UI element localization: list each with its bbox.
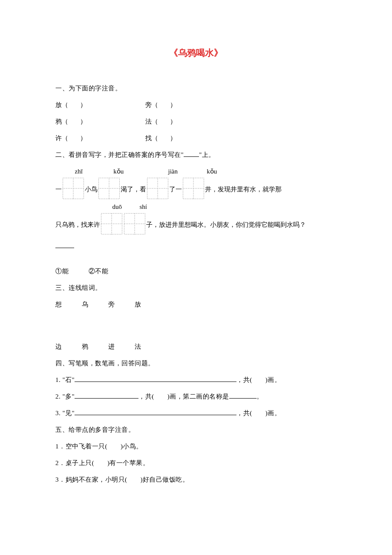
s2-heading-suffix: "上。 <box>199 151 215 158</box>
section1-heading: 一、为下面的字注音。 <box>55 80 337 97</box>
s1-r2-a: 许（ <box>55 135 68 142</box>
s1-r0-b: ） <box>80 101 86 108</box>
s1-row-0: 放（） 旁（） <box>55 97 337 113</box>
s4-q3: 3. "见"，共( )画。 <box>55 405 337 422</box>
s1-r0-a: 放（ <box>55 101 68 108</box>
s2-line2-wrap: duō shí 只乌鸦，找来许 子，放进井里想喝水。小朋友，你们觉得它能喝到水吗… <box>55 203 337 234</box>
s1-r2-d: ） <box>170 135 176 142</box>
s1-r1-a: 鸦（ <box>55 118 68 125</box>
s2-line2: 只乌鸦，找来许 子，放进井里想喝水。小朋友，你们觉得它能喝到水吗？ <box>55 213 337 234</box>
tian-box[interactable] <box>101 213 122 234</box>
pinyin-kou2: kǒu <box>201 168 222 175</box>
s2-line1-wrap: zhī kǒu jiàn kǒu 一 小鸟 渴了，看 了一 井，发现井里有水，就… <box>55 168 337 199</box>
section2-heading: 二、看拼音写字，并把正确答案的序号写在""上。 <box>55 147 337 163</box>
s1-r1-d: ） <box>170 118 176 125</box>
tian-box[interactable] <box>124 213 145 234</box>
pinyin-kou1: kǒu <box>108 168 129 175</box>
s1-r2-b: ） <box>80 135 86 142</box>
worksheet-page: 《乌鸦喝水》 一、为下面的字注音。 放（） 旁（） 鸦（） 法（） 许（） 找（… <box>0 0 392 514</box>
s4-q1a: 1. "石" <box>55 376 75 383</box>
s3-row2: 边 鸦 进 法 <box>55 338 337 355</box>
tian-box[interactable] <box>63 178 84 199</box>
pinyin-duo: duō <box>107 203 128 211</box>
s2-l1-a: 一 <box>55 185 62 199</box>
stroke-blank[interactable] <box>75 376 236 382</box>
s2-l2-a: 只乌鸦，找来许 <box>55 221 100 234</box>
pinyin-jian: jiàn <box>162 168 184 175</box>
s3-row1: 想 乌 旁 放 <box>55 296 337 313</box>
s5-q2: 2．桌子上只( )有一个苹果。 <box>55 455 337 471</box>
s2-l1-c: 渴了，看 <box>121 185 146 199</box>
s4-q3b: ，共( )画。 <box>236 410 281 416</box>
pinyin-zhi: zhī <box>68 168 89 175</box>
pinyin-shi: shí <box>133 203 154 211</box>
blank-line[interactable] <box>184 151 199 157</box>
s1-row-2: 许（） 找（） <box>55 130 337 147</box>
s5-q1: 1．空中飞着一只( )小鸟。 <box>55 438 337 455</box>
s1-r2-c: 找（ <box>145 135 158 142</box>
stroke-name-blank[interactable] <box>229 393 257 399</box>
s1-r0-c: 旁（ <box>145 101 158 108</box>
tian-box[interactable] <box>183 178 204 199</box>
s4-q2: 2. "多"，共( )画，第二画的名称是。 <box>55 388 337 405</box>
s2-line1: 一 小鸟 渴了，看 了一 井，发现井里有水，就学那 <box>55 178 337 199</box>
s4-q2b: ，共( )画，第二画的名称是 <box>138 393 229 400</box>
s2-l2-b: 子，放进井里想喝水。小朋友，你们觉得它能喝到水吗？ <box>146 221 306 234</box>
s2-l1-d: 了一 <box>169 185 182 199</box>
s1-r1-c: 法（ <box>145 118 158 125</box>
stroke-blank[interactable] <box>75 393 138 399</box>
s1-r1-b: ） <box>80 118 86 125</box>
page-title: 《乌鸦喝水》 <box>55 47 337 59</box>
stroke-blank[interactable] <box>75 409 236 416</box>
answer-blank[interactable] <box>55 242 74 249</box>
s4-q2c: 。 <box>257 393 263 400</box>
s1-row-1: 鸦（） 法（） <box>55 113 337 130</box>
s2-pinyin-row-2: duō shí <box>55 203 337 211</box>
section4-heading: 四、写笔顺，数笔画，回答问题。 <box>55 355 337 372</box>
s2-options: ①能 ②不能 <box>55 263 337 280</box>
s2-l1-e: 井，发现井里有水，就学那 <box>205 185 282 199</box>
s4-q1: 1. "石"，共( )画。 <box>55 372 337 388</box>
s2-answer-blank <box>55 238 337 254</box>
s2-pinyin-row-1: zhī kǒu jiàn kǒu <box>55 168 337 175</box>
s4-q2a: 2. "多" <box>55 393 75 400</box>
tian-box[interactable] <box>98 178 120 199</box>
s2-heading-prefix: 二、看拼音写字，并把正确答案的序号写在" <box>55 151 184 158</box>
tian-box[interactable] <box>147 178 168 199</box>
s2-l1-b: 小鸟 <box>85 185 98 199</box>
s4-q1b: ，共( )画。 <box>236 376 281 383</box>
section5-heading: 五、给带点的多音字注音。 <box>55 422 337 438</box>
s5-q3: 3．妈妈不在家，小明只( )好自己做饭吃。 <box>55 471 337 488</box>
s4-q3a: 3. "见" <box>55 410 75 416</box>
section3-heading: 三、连线组词。 <box>55 280 337 296</box>
s1-r0-d: ） <box>170 101 176 108</box>
